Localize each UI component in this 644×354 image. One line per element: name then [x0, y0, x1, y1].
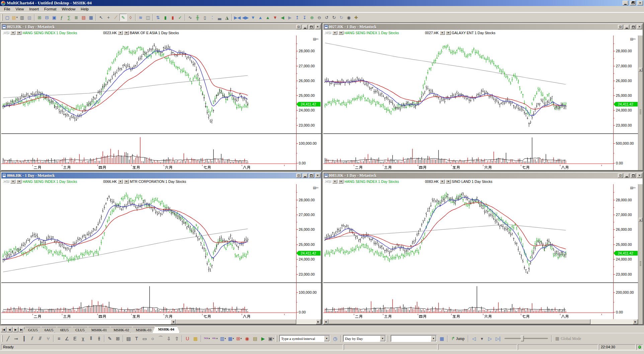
area-chart-button[interactable]: ◮ [223, 14, 231, 21]
scale-up-button[interactable]: ▲ [264, 14, 271, 21]
study-marker-button[interactable]: ≋ [137, 14, 144, 21]
pointer-tool-button[interactable]: ↖ [97, 14, 105, 21]
price-axis[interactable]: ▤⇦28,000.0027,000.0026,000.0025,000.0024… [613, 184, 638, 282]
index-dropdown-button[interactable]: ▼ [10, 31, 15, 35]
workspace-tab-mshk-04[interactable]: MSHK-04 [152, 326, 180, 333]
symbol-dropdown-button[interactable]: ▼ [118, 31, 123, 35]
chevron-down-icon[interactable]: ▼ [380, 336, 385, 341]
chevron-down-icon[interactable]: ▼ [324, 336, 329, 341]
dot-chart-button[interactable]: ⁚ [209, 14, 216, 21]
link-windows-button[interactable]: ◫ [144, 14, 152, 21]
menu-insert[interactable]: Insert [26, 6, 42, 12]
vertical-splitter-bar[interactable]: ▶ [638, 184, 643, 324]
scale-down-button[interactable]: ▼ [271, 14, 279, 21]
redo-button[interactable]: ↻ [330, 14, 338, 21]
chart-window-0066.hk[interactable]: 0066.HK - 1 Day - Metastock⊡✕.HSI▼I▼HANG… [1, 172, 322, 325]
send-to-back-button[interactable]: ⊡ [296, 25, 301, 29]
horizontal-scrollbar[interactable]: ◀▶ [1, 319, 321, 324]
format-study-button[interactable]: ≣ [73, 14, 80, 21]
time-axis[interactable] [1, 165, 321, 170]
new-chart-button[interactable]: ▢ [4, 14, 11, 21]
bar-up-button[interactable]: ▮ [162, 14, 169, 21]
zoom-in-button[interactable]: ⊕ [308, 14, 316, 21]
volume-axis[interactable]: 500,000.000.00 [613, 134, 638, 165]
index-interval-dropdown-button[interactable]: I▼ [338, 31, 343, 35]
histogram-chart-button[interactable]: ▃ [216, 14, 223, 21]
chart-window-0023.hk[interactable]: 0023.HK - 1 Day - Metastock⊡✕.HSI▼I▼HANG… [1, 23, 322, 171]
format-instrument-button[interactable]: ⇅ [154, 14, 162, 21]
line-chart-button[interactable]: ∿ [186, 14, 194, 21]
splitter-collapse-arrow[interactable]: ▶ [639, 68, 642, 72]
ruler-tool-button[interactable]: ⟋ [112, 14, 119, 21]
time-cycles-tool-button[interactable]: ⫵ [95, 335, 103, 343]
data-window-icon[interactable]: ▤⇦ [313, 37, 318, 41]
time-axis[interactable] [323, 165, 638, 170]
price-plot[interactable] [1, 36, 296, 133]
chart-window-titlebar[interactable]: 0066.HK - 1 Day - Metastock⊡✕ [1, 172, 321, 179]
splitter-grip[interactable] [640, 110, 641, 114]
minimize-button[interactable] [623, 1, 628, 5]
channel-tool-button[interactable]: ⫻ [36, 335, 44, 343]
chart-maximize-button[interactable] [309, 173, 314, 178]
scroll-left-arrow[interactable]: ◀ [171, 319, 176, 324]
index-dropdown-button[interactable]: ▼ [332, 31, 337, 35]
time-axis[interactable] [1, 314, 321, 319]
playback-next-button[interactable]: ▷ [486, 335, 494, 343]
text-tool-button[interactable]: T [133, 335, 141, 343]
playback-drop-button[interactable]: ▾ [478, 335, 486, 343]
chart-window-titlebar[interactable]: 0083.HK - 1 Day - Metastock⊡✕ [323, 172, 643, 179]
chart-minimize-button[interactable] [303, 173, 308, 178]
view-button[interactable]: ◉ [345, 14, 352, 21]
price-axis[interactable]: ▤⇦28,000.0027,000.0026,000.0025,000.0024… [296, 184, 321, 282]
playback-end-button[interactable]: ▷| [494, 335, 502, 343]
chart-window-0083.hk[interactable]: 0083.HK - 1 Day - Metastock⊡✕.HSI▼I▼HANG… [323, 172, 644, 325]
portfolio-button[interactable]: ▦ [87, 14, 95, 21]
chevron-down-icon[interactable]: ▾ [209, 337, 210, 340]
scroll-left-arrow[interactable]: ◀ [323, 319, 328, 324]
chart-close-button[interactable]: ✕ [637, 173, 642, 178]
ellipse-tool-button[interactable]: ○ [149, 335, 157, 343]
restore-button[interactable] [630, 1, 636, 5]
fib-retracement-tool-button[interactable]: ≡ [55, 335, 63, 343]
chart-close-button[interactable]: ✕ [315, 25, 320, 29]
chart-close-button[interactable]: ✕ [637, 25, 642, 29]
jump-button[interactable]: ↱ Jump [449, 335, 467, 342]
send-to-back-button[interactable]: ⊡ [618, 173, 623, 178]
symbol-interval-dropdown-button[interactable]: I▼ [446, 31, 451, 35]
index-interval-dropdown-button[interactable]: I▼ [16, 31, 21, 35]
data-window-icon[interactable]: ▤⇦ [630, 37, 635, 41]
chevron-down-icon[interactable]: ▾ [233, 337, 234, 340]
order-entry-combo[interactable]: ▼ [391, 335, 437, 342]
index-dropdown-button[interactable]: ▼ [332, 180, 337, 184]
symbol-interval-dropdown-button[interactable]: I▼ [124, 31, 129, 35]
fib-fan-tool-button[interactable]: ∠ [63, 335, 71, 343]
step-forward-button[interactable]: ◀▶ [241, 14, 249, 21]
scanner-button[interactable]: ⊞▾ [235, 335, 243, 343]
chevron-down-icon[interactable]: ▾ [273, 337, 274, 340]
drawing-tool-button[interactable]: ✎ [119, 14, 127, 21]
menu-view[interactable]: View [13, 6, 27, 12]
send-to-back-button[interactable]: ⊡ [618, 25, 623, 29]
trendline-tool-button[interactable]: ╱ [4, 335, 12, 343]
shift-up-button[interactable]: ↥ [294, 14, 301, 21]
chart-maximize-button[interactable] [309, 25, 314, 29]
price-axis[interactable]: ▤⇦28,000.0027,000.0026,000.0025,000.0024… [296, 36, 321, 133]
chart-window-titlebar[interactable]: 0023.HK - 1 Day - Metastock⊡✕ [1, 24, 321, 30]
volume-plot[interactable] [323, 283, 614, 314]
volume-axis[interactable]: 200,000.000.00 [613, 283, 638, 314]
tab-prev-button[interactable]: ◀ [7, 327, 12, 332]
compress-vertical-button[interactable]: ▼ [249, 14, 257, 21]
volume-axis[interactable]: 100,000.000.00 [296, 134, 321, 165]
volume-plot[interactable] [1, 283, 296, 314]
apply-button[interactable]: ✓ [176, 14, 184, 21]
replay-button[interactable]: ▶ [259, 335, 267, 343]
symbol-table-icon[interactable]: ▦ [438, 335, 446, 343]
close-window-button[interactable]: ▧ [26, 14, 33, 21]
volume-plot[interactable] [323, 134, 614, 165]
chevron-down-icon[interactable]: ▾ [16, 16, 18, 19]
index-interval-dropdown-button[interactable]: I▼ [338, 180, 343, 184]
symbol-interval-dropdown-button[interactable]: I▼ [124, 180, 129, 184]
insert-window-button[interactable]: ⊞ [36, 14, 43, 21]
hot-list-button[interactable]: ▥▾ [219, 335, 227, 343]
data-window-icon[interactable]: ▤⇦ [630, 186, 635, 190]
